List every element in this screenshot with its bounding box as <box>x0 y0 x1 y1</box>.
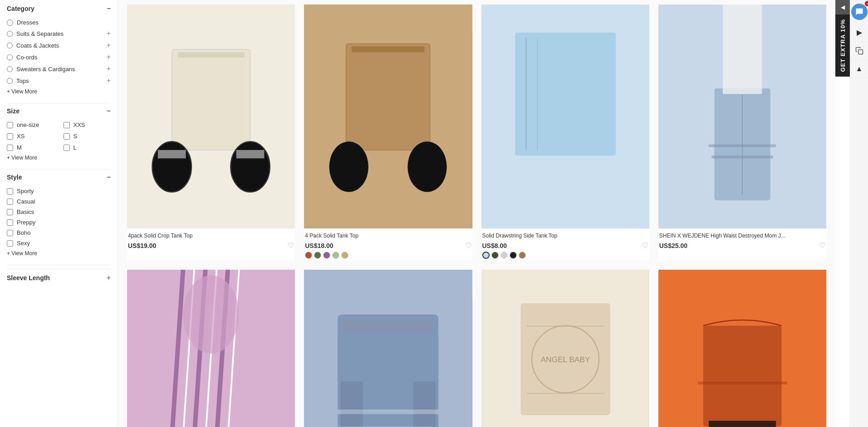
size-xs[interactable]: XS <box>7 131 54 141</box>
one-size-checkbox[interactable] <box>7 122 13 128</box>
play-icon-btn[interactable]: ▶ <box>850 24 868 42</box>
color-swatch-3-5[interactable] <box>519 252 526 259</box>
tops-label-wrapper[interactable]: Tops <box>7 78 29 84</box>
divider-2 <box>7 169 111 170</box>
boho-checkbox[interactable] <box>7 230 13 236</box>
filter-item-tops[interactable]: Tops + <box>7 75 111 87</box>
product-info-4: SHEIN X WEJDENE High Waist Destroyed Mom… <box>658 228 826 252</box>
dresses-label: Dresses <box>17 19 39 26</box>
coats-radio[interactable] <box>7 43 13 49</box>
product-card-1[interactable]: 4pack Solid Crop Tank Top US$19.00 ♡ <box>127 5 295 261</box>
chat-icon[interactable] <box>851 4 868 20</box>
filter-item-coats[interactable]: Coats & Jackets + <box>7 39 111 51</box>
color-swatch-2-1[interactable] <box>305 252 312 259</box>
product-image-5 <box>127 270 295 427</box>
style-sporty[interactable]: Sporty <box>7 186 111 196</box>
style-preppy[interactable]: Preppy <box>7 217 111 228</box>
m-checkbox[interactable] <box>7 145 13 151</box>
filter-item-suits[interactable]: Suits & Separates + <box>7 28 111 39</box>
copy-icon-btn[interactable] <box>850 42 868 60</box>
s-checkbox[interactable] <box>64 133 70 140</box>
suits-expand-icon[interactable]: + <box>107 29 111 38</box>
size-one-size[interactable]: one-size <box>7 120 54 130</box>
sporty-checkbox[interactable] <box>7 188 13 194</box>
coords-label-wrapper[interactable]: Co-ords <box>7 54 37 61</box>
style-casual[interactable]: Casual <box>7 196 111 207</box>
size-toggle-icon: − <box>107 107 111 115</box>
style-sexy[interactable]: Sexy <box>7 238 111 248</box>
chat-icon-wrapper[interactable]: × <box>848 0 868 24</box>
right-icons: × ▶ ▲ <box>850 0 868 427</box>
coords-expand-icon[interactable]: + <box>107 53 111 61</box>
color-swatch-2-4[interactable] <box>332 252 339 259</box>
dresses-radio[interactable] <box>7 19 13 26</box>
coords-radio[interactable] <box>7 54 13 60</box>
sexy-checkbox[interactable] <box>7 240 13 247</box>
size-view-more[interactable]: + View More <box>7 155 37 161</box>
category-view-more[interactable]: + View More <box>7 88 37 95</box>
product-card-7[interactable]: ANGEL BABY Angel & Letter Print Contrast… <box>481 270 649 427</box>
sleeve-toggle-icon[interactable]: + <box>107 274 111 282</box>
l-label: L <box>74 144 77 151</box>
product-image-inner-4 <box>658 5 826 228</box>
category-header[interactable]: Category − <box>7 5 111 13</box>
l-checkbox[interactable] <box>64 145 70 151</box>
svg-rect-42 <box>526 393 604 394</box>
product-image-inner-1 <box>127 5 295 228</box>
color-swatch-2-5[interactable] <box>341 252 348 259</box>
size-header[interactable]: Size − <box>7 107 111 115</box>
suits-label-wrapper[interactable]: Suits & Separates <box>7 30 64 37</box>
preppy-checkbox[interactable] <box>7 219 13 226</box>
style-view-more[interactable]: + View More <box>7 250 37 257</box>
svg-rect-35 <box>338 410 438 414</box>
size-l[interactable]: L <box>64 142 111 153</box>
coats-label-wrapper[interactable]: Coats & Jackets <box>7 42 59 49</box>
color-swatch-2-2[interactable] <box>314 252 321 259</box>
color-swatch-3-4[interactable] <box>510 252 517 259</box>
size-s[interactable]: S <box>64 131 111 141</box>
tops-expand-icon[interactable]: + <box>107 77 111 85</box>
sleeve-filter: Sleeve Length + <box>7 269 111 282</box>
color-swatch-3-3[interactable] <box>500 252 508 259</box>
xxs-checkbox[interactable] <box>64 122 70 128</box>
tops-radio[interactable] <box>7 78 13 84</box>
style-basics[interactable]: Basics <box>7 207 111 217</box>
wishlist-btn-2[interactable]: ♡ <box>465 241 471 250</box>
wishlist-btn-3[interactable]: ♡ <box>642 241 648 250</box>
color-swatch-3-1[interactable] <box>482 252 490 259</box>
size-xxs[interactable]: XXS <box>64 120 111 130</box>
product-card-5[interactable]: Striped Tie Back Crop Halter Top US$7.00… <box>127 270 295 427</box>
color-swatch-3-2[interactable] <box>491 252 499 259</box>
svg-rect-6 <box>236 150 265 159</box>
product-card-4[interactable]: SHEIN X WEJDENE High Waist Destroyed Mom… <box>658 5 826 261</box>
casual-checkbox[interactable] <box>7 199 13 205</box>
basics-label: Basics <box>17 209 34 215</box>
basics-checkbox[interactable] <box>7 209 13 215</box>
style-filter: Style − Sporty Casual Basics Preppy <box>7 173 111 257</box>
chevron-up-btn[interactable]: ▲ <box>850 60 868 78</box>
filter-item-sweaters[interactable]: Sweaters & Cardigans + <box>7 63 111 75</box>
product-price-2: US$18.00 <box>305 242 333 249</box>
wishlist-btn-1[interactable]: ♡ <box>288 241 294 250</box>
product-card-3[interactable]: Solid Drawstring Side Tank Top US$8.00 ♡ <box>481 5 649 261</box>
promo-bar[interactable]: GET EXTRA 10% <box>835 15 850 77</box>
xs-checkbox[interactable] <box>7 133 13 140</box>
wishlist-btn-4[interactable]: ♡ <box>819 241 825 250</box>
product-card-6[interactable]: Raw Hem Ripped Denim Shorts US$17.00 ♡ U… <box>304 270 472 427</box>
product-svg-5 <box>127 270 295 427</box>
color-swatch-2-3[interactable] <box>323 252 330 259</box>
product-card-2[interactable]: 4 Pack Solid Tank Top US$18.00 ♡ <box>304 5 472 261</box>
sweaters-radio[interactable] <box>7 66 13 72</box>
product-card-8[interactable]: Asymmetrical Neck Rib-knit Crop Top US$7… <box>658 270 826 427</box>
m-label: M <box>17 144 22 151</box>
style-header[interactable]: Style − <box>7 173 111 181</box>
coats-expand-icon[interactable]: + <box>107 41 111 49</box>
style-boho[interactable]: Boho <box>7 228 111 238</box>
suits-radio[interactable] <box>7 31 13 37</box>
sleeve-header[interactable]: Sleeve Length + <box>7 269 111 282</box>
sweaters-expand-icon[interactable]: + <box>107 65 111 73</box>
filter-item-coords[interactable]: Co-ords + <box>7 51 111 63</box>
sweaters-label-wrapper[interactable]: Sweaters & Cardigans <box>7 66 75 73</box>
size-m[interactable]: M <box>7 142 54 153</box>
filter-item-dresses[interactable]: Dresses <box>7 17 111 28</box>
